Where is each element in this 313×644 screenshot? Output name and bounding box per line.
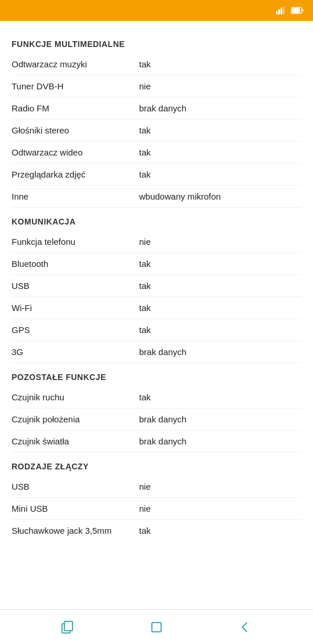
- spec-row: Funkcja telefonunie: [12, 231, 301, 253]
- status-bar: [0, 0, 313, 21]
- spec-label: Bluetooth: [12, 259, 139, 269]
- section-title-komunikacja: KOMUNIKACJA: [12, 217, 301, 226]
- nav-bar: [0, 609, 313, 644]
- svg-rect-0: [276, 11, 278, 15]
- spec-label: 3G: [12, 347, 139, 357]
- back-button[interactable]: [234, 616, 257, 639]
- spec-label: Wi-Fi: [12, 303, 139, 313]
- signal-icon: [276, 6, 286, 15]
- spec-row: Odtwarzacz muzykitak: [12, 53, 301, 75]
- battery-icon: [291, 7, 304, 14]
- spec-value: tak: [139, 281, 301, 291]
- svg-rect-8: [64, 621, 72, 631]
- spec-label: Czujnik światła: [12, 436, 139, 446]
- spec-label: Głośniki stereo: [12, 125, 139, 135]
- spec-label: Odtwarzacz wideo: [12, 147, 139, 157]
- spec-label: USB: [12, 281, 139, 291]
- spec-row: USBnie: [12, 476, 301, 498]
- spec-value: tak: [139, 303, 301, 313]
- spec-value: brak danych: [139, 347, 301, 357]
- spec-value: brak danych: [139, 436, 301, 446]
- content-area: FUNKCJE MULTIMEDIALNEOdtwarzacz muzykita…: [0, 21, 313, 609]
- spec-row: USBtak: [12, 275, 301, 297]
- spec-value: brak danych: [139, 414, 301, 424]
- svg-rect-6: [292, 8, 300, 13]
- spec-row: Tuner DVB-Hnie: [12, 75, 301, 97]
- spec-label: Radio FM: [12, 103, 139, 113]
- spec-value: tak: [139, 125, 301, 135]
- spec-value: tak: [139, 169, 301, 179]
- spec-row: Wi-Fitak: [12, 297, 301, 319]
- spec-label: Mini USB: [12, 504, 139, 513]
- spec-value: brak danych: [139, 103, 301, 113]
- recent-apps-button[interactable]: [56, 616, 79, 639]
- spec-value: tak: [139, 59, 301, 69]
- status-icons: [274, 6, 304, 15]
- spec-row: Mini USBnie: [12, 498, 301, 520]
- spec-row: 3Gbrak danych: [12, 341, 301, 363]
- spec-value: nie: [139, 504, 301, 513]
- spec-label: Tuner DVB-H: [12, 81, 139, 91]
- svg-rect-1: [278, 9, 280, 15]
- spec-label: Słuchawkowe jack 3,5mm: [12, 526, 139, 536]
- spec-value: tak: [139, 259, 301, 269]
- spec-row: Czujnik światłabrak danych: [12, 430, 301, 453]
- svg-rect-5: [303, 9, 304, 12]
- spec-value: tak: [139, 526, 301, 536]
- spec-value: tak: [139, 325, 301, 335]
- spec-row: Głośniki stereotak: [12, 120, 301, 142]
- section-title-zlacza: RODZAJE ZŁĄCZY: [12, 462, 301, 471]
- spec-label: Inne: [12, 191, 139, 201]
- svg-rect-3: [283, 6, 285, 15]
- spec-row: Czujnik położeniabrak danych: [12, 408, 301, 430]
- section-title-multimedia: FUNKCJE MULTIMEDIALNE: [12, 39, 301, 49]
- svg-rect-9: [152, 623, 161, 632]
- spec-value: tak: [139, 392, 301, 402]
- spec-value: tak: [139, 147, 301, 157]
- spec-value: nie: [139, 482, 301, 491]
- spec-label: Odtwarzacz muzyki: [12, 59, 139, 69]
- spec-label: Funkcja telefonu: [12, 237, 139, 247]
- spec-row: Przeglądarka zdjęćtak: [12, 164, 301, 186]
- spec-row: Innewbudowany mikrofon: [12, 186, 301, 208]
- spec-label: Przeglądarka zdjęć: [12, 169, 139, 179]
- spec-label: Czujnik położenia: [12, 414, 139, 424]
- spec-row: Odtwarzacz wideotak: [12, 142, 301, 164]
- spec-label: GPS: [12, 325, 139, 335]
- spec-label: USB: [12, 482, 139, 491]
- spec-row: GPStak: [12, 319, 301, 341]
- spec-label: Czujnik ruchu: [12, 392, 139, 402]
- spec-value: nie: [139, 81, 301, 91]
- spec-value: nie: [139, 237, 301, 247]
- spec-row: Radio FMbrak danych: [12, 97, 301, 120]
- spec-row: Słuchawkowe jack 3,5mmtak: [12, 520, 301, 541]
- home-button[interactable]: [145, 616, 168, 639]
- spec-row: Czujnik ruchutak: [12, 386, 301, 408]
- spec-row: Bluetoothtak: [12, 253, 301, 275]
- section-title-pozostale: POZOSTAŁE FUNKCJE: [12, 372, 301, 382]
- svg-rect-2: [281, 8, 282, 15]
- spec-value: wbudowany mikrofon: [139, 191, 301, 201]
